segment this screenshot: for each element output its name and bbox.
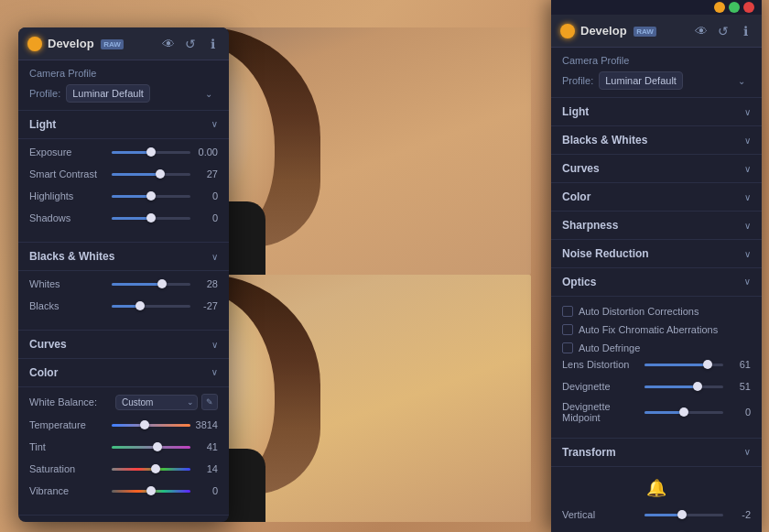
exposure-thumb[interactable] [146,147,156,157]
left-panel-header: Develop RAW 👁 ↺ ℹ [18,27,229,60]
optics-title-right: Optics [562,276,596,288]
color-chevron-left: ∧ [211,368,218,378]
wb-select-wrapper: Custom [115,393,198,410]
exposure-label: Exposure [29,147,112,157]
vertical-label: Vertical [562,509,644,520]
maximize-button[interactable] [729,2,740,13]
blacks-track-wrapper[interactable] [112,299,190,313]
blacks-row: Blacks -27 [29,299,218,313]
tint-row: Tint 41 [29,440,218,454]
devignette-track-wrapper[interactable] [644,379,723,394]
noise-reduction-section-header-right[interactable]: Noise Reduction ∨ [551,240,762,268]
lens-distortion-row: Lens Distortion 61 [562,357,751,372]
devignette-midpoint-track-wrapper[interactable] [644,405,723,419]
temperature-thumb[interactable] [140,420,149,429]
devignette-midpoint-track [644,411,723,414]
light-section-header-left[interactable]: Light ∧ [18,111,229,139]
saturation-track [112,468,190,471]
vibrance-track-wrapper[interactable] [112,483,190,498]
temperature-label: Temperature [29,419,112,430]
whites-thumb[interactable] [157,279,167,288]
blacks-whites-title-right: Blacks & Whites [562,134,647,147]
color-section-header-right[interactable]: Color ∨ [551,183,762,212]
highlights-track [112,195,190,198]
light-section-header-right[interactable]: Light ∨ [551,98,762,126]
sharpness-title-right: Sharpness [562,219,618,232]
color-section-header-left[interactable]: Color ∧ [18,359,229,387]
vertical-track-wrapper[interactable] [644,507,723,522]
highlights-track-wrapper[interactable] [112,189,190,203]
blacks-whites-section-header-right[interactable]: Blacks & Whites ∨ [551,126,762,155]
exposure-track-wrapper[interactable] [112,145,190,159]
devignette-value: 51 [723,381,751,392]
optics-section-header-right[interactable]: Optics ∧ [551,268,762,297]
tint-thumb[interactable] [153,442,162,451]
lens-distortion-track-wrapper[interactable] [644,357,723,372]
blacks-whites-title-left: Blacks & Whites [29,250,114,263]
sharpness-chevron-right: ∨ [744,221,751,231]
vibrance-thumb[interactable] [146,486,156,495]
whites-fill [112,283,162,286]
blacks-thumb[interactable] [135,301,145,310]
blacks-label: Blacks [29,300,112,311]
curves-section-header-right[interactable]: Curves ∨ [551,155,762,183]
info-icon-left[interactable]: ℹ [205,37,220,51]
temperature-track-wrapper[interactable] [112,418,190,432]
transform-section-header-right[interactable]: Transform ∧ [551,439,762,467]
blacks-track [112,305,190,308]
wb-select[interactable]: Custom [115,395,198,410]
saturation-value: 14 [190,463,218,474]
smart-contrast-thumb[interactable] [156,169,165,179]
vertical-thumb[interactable] [677,510,687,519]
undo-icon-left[interactable]: ↺ [183,37,198,51]
light-chevron-right: ∨ [744,107,751,117]
tint-track-wrapper[interactable] [112,440,190,454]
shadows-fill [112,217,151,220]
minimize-button[interactable] [714,2,725,13]
profile-select-right[interactable]: Luminar Default [599,71,683,90]
light-section-title-left: Light [29,118,56,131]
vibrance-row: Vibrance 0 [29,483,218,498]
profile-inline-label-left: Profile: [29,88,60,99]
saturation-thumb[interactable] [151,464,160,473]
whites-track-wrapper[interactable] [112,277,190,291]
saturation-track-wrapper[interactable] [112,461,190,476]
blacks-whites-chevron-right: ∨ [744,136,751,146]
auto-chromatic-checkbox[interactable] [562,324,573,335]
curves-title-left: Curves [29,338,67,351]
devignette-midpoint-thumb[interactable] [679,407,688,417]
smart-contrast-value: 27 [190,168,218,179]
eye-icon-left[interactable]: 👁 [161,37,176,51]
vertical-row: Vertical -2 [562,507,751,522]
vertical-fill [644,514,682,516]
smart-contrast-label: Smart Contrast [29,168,112,179]
info-icon-right[interactable]: ℹ [738,24,753,38]
curves-section-header-left[interactable]: Curves ∨ [18,331,229,359]
shadows-thumb[interactable] [146,213,156,223]
vertical-value: -2 [723,509,751,520]
wb-edit-button[interactable]: ✎ [201,394,218,410]
blacks-whites-chevron-left: ∨ [211,252,218,262]
blacks-whites-section-header-left[interactable]: Blacks & Whites ∨ [18,243,229,271]
lens-distortion-thumb[interactable] [703,360,712,369]
close-button[interactable] [743,2,754,13]
sharpness-section-header-right[interactable]: Sharpness ∨ [551,212,762,240]
color-chevron-right: ∨ [744,192,751,202]
curves-chevron-right: ∨ [744,164,751,174]
shadows-track-wrapper[interactable] [112,211,190,225]
highlights-row: Highlights 0 [29,189,218,203]
color-sliders-left: White Balance: Custom ✎ Temperature 3814 [18,387,229,516]
eye-icon-right[interactable]: 👁 [694,24,709,38]
temperature-value: 3814 [190,419,218,430]
raw-badge-right: RAW [634,27,656,37]
undo-icon-right[interactable]: ↺ [716,24,731,38]
smart-contrast-track-wrapper[interactable] [112,167,190,181]
devignette-thumb[interactable] [693,382,702,391]
devignette-track [644,385,723,388]
auto-distortion-checkbox[interactable] [562,306,573,317]
highlights-thumb[interactable] [146,191,156,201]
devignette-midpoint-row: Devignette Midpoint 0 [562,401,751,423]
profile-inline-label-right: Profile: [562,75,593,86]
profile-select-left[interactable]: Luminar Default [66,84,150,103]
auto-defringe-checkbox[interactable] [562,342,573,353]
